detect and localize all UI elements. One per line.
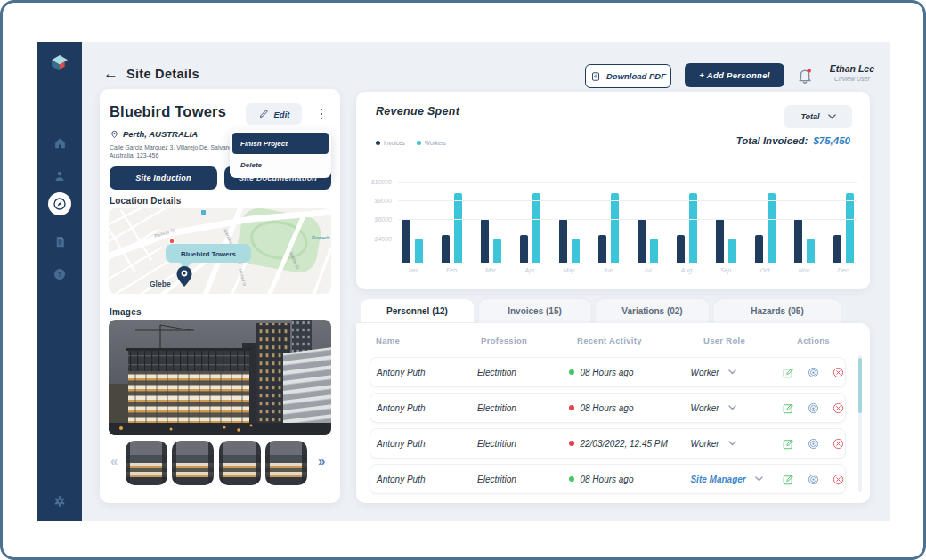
thumbnail-carousel: « »: [100, 441, 340, 487]
edit-icon[interactable]: [782, 473, 795, 486]
site-photo[interactable]: [109, 320, 331, 435]
total-invoiced: Total Invoiced: $75,450: [736, 135, 850, 146]
role-text: Site Manager: [690, 475, 745, 484]
photo-thumbnail[interactable]: [265, 441, 307, 485]
status-dot: [569, 476, 574, 482]
cirview-logo: [48, 52, 71, 75]
legend-item: Workers: [417, 140, 446, 146]
x-axis-tick: May: [558, 267, 580, 273]
x-axis-tick: Nov: [793, 267, 815, 273]
x-axis-tick: Oct: [754, 267, 776, 273]
notification-bell-icon[interactable]: [796, 66, 814, 85]
tab-variations[interactable]: Variations (02): [596, 299, 709, 323]
sidebar-item-settings[interactable]: [48, 490, 71, 513]
edit-icon[interactable]: [782, 437, 795, 450]
location-details-label: Location Details: [110, 196, 181, 206]
menu-item-finish-project[interactable]: Finish Project: [232, 133, 329, 154]
bar-invoices-sep: [716, 219, 724, 263]
tab-invoices[interactable]: Invoices (15): [479, 299, 590, 323]
bar-invoices-dec: [833, 235, 841, 263]
edit-icon[interactable]: [782, 402, 795, 415]
remove-icon[interactable]: [832, 473, 845, 486]
total-invoiced-label: Total Invoiced:: [736, 135, 808, 146]
document-icon: [53, 235, 67, 248]
bar-workers-aug: [689, 193, 697, 263]
tab-hazards[interactable]: Hazards (05): [714, 299, 841, 323]
sidebar-item-sites[interactable]: [48, 192, 71, 215]
bar-workers-jan: [415, 239, 423, 263]
cell-profession: Electrition: [477, 403, 569, 413]
sidebar-item-home[interactable]: [48, 131, 71, 154]
track-target-icon[interactable]: [807, 437, 820, 450]
carousel-prev-icon[interactable]: «: [110, 453, 118, 468]
map-incident-dot: [169, 239, 175, 244]
photo-thumbnail[interactable]: [126, 441, 167, 485]
column-header-actions: Actions: [797, 336, 830, 345]
track-target-icon[interactable]: [807, 366, 820, 379]
bar-invoices-oct: [755, 235, 763, 263]
bar-invoices-aug: [677, 235, 685, 263]
sidebar-item-documents[interactable]: [48, 230, 71, 253]
table-scrollbar: [858, 355, 862, 492]
bar-workers-oct: [768, 193, 776, 263]
sidebar-item-help[interactable]: ?: [48, 263, 71, 286]
activity-text: 08 Hours ago: [580, 403, 633, 413]
location-map[interactable]: Railway St Wentworth Park Rd Wattle St M…: [109, 208, 331, 294]
bar-workers-nov: [807, 239, 815, 263]
table-row: Antony Puth Electrition 08 Hours ago Sit…: [370, 464, 846, 494]
edit-label: Edit: [274, 110, 290, 119]
more-options-kebab-icon[interactable]: [312, 103, 331, 125]
photo-thumbnail[interactable]: [172, 441, 214, 485]
page-title: Site Details: [126, 67, 199, 81]
role-dropdown[interactable]: Worker: [690, 403, 780, 413]
gridline: [398, 182, 857, 183]
role-dropdown[interactable]: Worker: [690, 368, 780, 377]
table-row: Antony Puth Electrition 08 Hours ago Wor…: [370, 393, 846, 423]
chevron-down-icon: [755, 476, 763, 481]
total-invoiced-value: $75,450: [813, 135, 850, 146]
bar-group-may: [558, 178, 580, 263]
cell-activity: 08 Hours ago: [569, 368, 690, 377]
back-arrow-icon[interactable]: ←: [103, 65, 118, 83]
edit-icon[interactable]: [782, 366, 795, 379]
tab-personnel[interactable]: Personnel (12): [361, 299, 474, 323]
y-axis-tick: $10000: [356, 179, 398, 185]
edit-button[interactable]: Edit: [246, 103, 302, 125]
sidebar-item-people[interactable]: [48, 165, 71, 188]
y-axis-tick: $8000: [356, 198, 398, 204]
bar-group-feb: [441, 178, 462, 263]
role-dropdown[interactable]: Site Manager: [690, 475, 780, 484]
legend-item: Invoices: [376, 140, 405, 146]
menu-item-delete[interactable]: Delete: [232, 154, 329, 175]
carousel-next-icon[interactable]: »: [318, 453, 325, 468]
map-poi-label: Powerh: [312, 235, 329, 240]
role-dropdown[interactable]: Worker: [690, 439, 780, 449]
track-target-icon[interactable]: [807, 402, 820, 415]
remove-icon[interactable]: [832, 437, 845, 450]
chart-filter-dropdown[interactable]: Total: [784, 105, 852, 128]
user-chip[interactable]: Ethan Lee Cirview User: [830, 63, 874, 82]
bar-invoices-jul: [638, 219, 646, 263]
download-file-icon: [590, 71, 601, 82]
remove-icon[interactable]: [832, 402, 845, 415]
chart-legend: Invoices Workers: [376, 140, 446, 146]
row-actions: [782, 437, 845, 450]
revenue-title: Revenue Spent: [376, 105, 459, 118]
column-header-name: Name: [376, 336, 400, 345]
column-header-profession: Profession: [481, 336, 527, 345]
x-axis-tick: Dec: [833, 267, 854, 273]
cell-name: Antony Puth: [377, 403, 477, 413]
download-pdf-button[interactable]: Download PDF: [585, 64, 671, 88]
bar-invoices-jan: [402, 219, 410, 263]
remove-icon[interactable]: [832, 366, 845, 379]
x-axis-tick: Jul: [637, 267, 658, 273]
site-induction-button[interactable]: Site Induction: [110, 166, 217, 190]
legend-dot: [376, 141, 380, 145]
add-personnel-button[interactable]: + Add Personnel: [685, 63, 784, 87]
track-target-icon[interactable]: [807, 473, 820, 486]
table-scrollbar-thumb[interactable]: [858, 358, 862, 413]
photo-thumbnail[interactable]: [219, 441, 261, 485]
activity-text: 08 Hours ago: [580, 475, 633, 484]
sidebar: ?: [37, 42, 82, 521]
x-axis-tick: Jun: [597, 267, 619, 273]
